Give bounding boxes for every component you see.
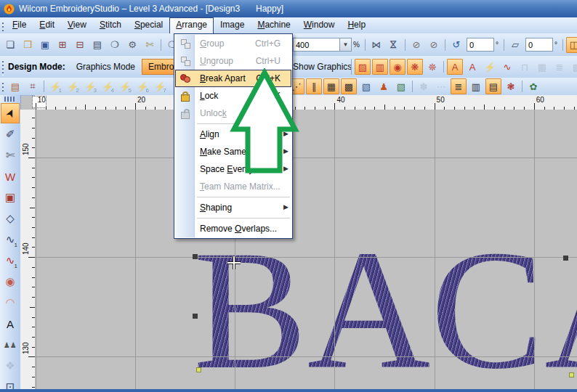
ellipse-tool[interactable]: ◉ [1,271,20,292]
lettering-keyboard-icon[interactable]: ⌗ [25,78,41,94]
toolbox-grip[interactable] [4,97,16,102]
satin-stitch-icon[interactable]: ▨ [355,59,371,75]
window-bottom-edge [0,389,577,392]
gradient-fill-icon[interactable]: ❊ [424,59,440,75]
team-names-tool[interactable]: ♟♟ [1,335,20,355]
motif-fill-icon[interactable]: ◉ [390,59,405,75]
hotkey-6-button[interactable]: ⚡6 [134,78,150,94]
write-machine-file-icon[interactable]: ⊟ [72,37,88,53]
lettering-script-tool[interactable]: W [1,166,20,187]
hotkey-5-button[interactable]: ⚡5 [117,78,133,94]
garment-icon[interactable]: ♟ [376,78,392,94]
cross-stitch-icon[interactable]: ▦ [534,59,550,75]
mirror-horizontal-icon[interactable]: ⋈ [368,37,384,53]
menubar-item-machine[interactable]: Machine [251,17,296,33]
menubar-item-image[interactable]: Image [214,17,251,33]
menubar-item-special[interactable]: Special [128,17,169,33]
hotkey-1-button[interactable]: ⚡1 [47,78,63,94]
digitize-closed-run-tool[interactable]: ∿1 [1,250,20,271]
hotkey-2-button[interactable]: ⚡2 [65,78,81,94]
color-film-icon[interactable]: ≣ [451,78,467,94]
design-notes-icon[interactable]: ▤ [7,78,23,94]
gridline [435,110,435,389]
ruler-tick [28,158,35,158]
stitch-entry-point[interactable] [196,367,201,372]
break-apart-icon [176,70,195,86]
menu-item-remove-overlaps[interactable]: Remove Overlaps... [175,220,291,237]
hotkey-7-button[interactable]: ⚡7 [152,78,168,94]
stitch-density-icon[interactable]: ▥ [468,78,484,94]
select-tool[interactable]: ➤ [1,103,20,123]
mirror-vertical-icon[interactable]: ⋈ [386,37,402,53]
open-design-icon[interactable]: ❒ [20,37,36,53]
menu-item-ungroup[interactable]: UngroupCtrl+U [175,52,291,70]
stitch-points-icon[interactable]: ⋯ [433,78,449,94]
selection-handle[interactable] [193,314,198,319]
zigzag-stitch-icon[interactable]: ∿ [499,59,515,75]
grid-icon[interactable]: ▦ [323,78,339,94]
selection-handle[interactable] [193,254,198,259]
fancy-fill-icon[interactable]: ❋ [407,59,423,75]
embroidery-design-text[interactable]: BACA [193,225,577,389]
design-notes-icon: ▤ [11,81,20,92]
reshape-tool[interactable]: ✐ [1,124,20,144]
punch-tool-icon[interactable]: ✄ [142,37,158,53]
rotate-cw-45-icon[interactable]: ⊘ [426,37,442,53]
window-title-suffix: Happy] [256,4,283,14]
hotkey-4-button[interactable]: ⚡4 [100,78,116,94]
zoom-dropdown-arrow[interactable]: ▼ [340,38,352,52]
knife-tool[interactable]: ✄ [1,145,20,166]
toolbar-grip[interactable] [1,58,6,75]
morphing-icon[interactable]: ❃ [503,78,519,94]
skew-input[interactable]: 0 [525,38,553,52]
flair-stitch-icon[interactable]: ⚡ [482,59,498,75]
background-icon[interactable]: ▧ [358,78,374,94]
snap-grid-icon[interactable]: ▩ [341,78,357,94]
menu-item-team-name-matrix[interactable]: Team Name Matrix... [175,178,291,195]
auto-applique-tool[interactable]: ▣ [1,187,20,208]
zoom-input[interactable]: 400 [293,38,340,52]
send-to-machine-icon[interactable]: ⚙ [124,37,140,53]
outline-lettering-icon[interactable]: A [447,59,463,75]
digitize-closed-tool[interactable]: ◇ [1,208,20,229]
menubar-item-file[interactable]: File [6,17,33,33]
menubar-grip[interactable] [1,20,5,31]
print-preview-icon[interactable]: ❍ [107,37,123,53]
rotate-reset-icon[interactable]: ↺ [448,37,464,53]
rotate-ccw-45-icon[interactable]: ⊘ [408,37,424,53]
stipple-stitch-icon[interactable]: ≣ [552,59,568,75]
arc-tool[interactable]: ◠ [1,293,20,313]
stitch-entry-point[interactable] [569,372,574,377]
print-icon[interactable]: ▤ [89,37,105,53]
slow-redraw-icon[interactable]: ✽ [416,78,432,94]
read-machine-file-icon[interactable]: ⊞ [55,37,70,53]
graphics-mode-button[interactable]: Graphics Mode [70,59,142,75]
menu-item-shaping[interactable]: Shaping▶ [175,199,291,216]
branching-icon[interactable]: ✿ [525,78,541,94]
menubar-item-window[interactable]: Window [297,17,342,33]
hotkey-3-button[interactable]: ⚡3 [82,78,98,94]
tatami-fill-icon[interactable]: ▥ [372,59,388,75]
picture-icon[interactable]: ▧ [393,78,409,94]
menu-item-group[interactable]: GroupCtrl+G [175,35,291,52]
menubar-item-arrange[interactable]: Arrange [169,17,214,33]
lettering-tool[interactable]: A [1,314,20,334]
lock-icon [176,88,195,104]
object-properties-icon[interactable]: ▤ [485,78,501,94]
toolbar-grip[interactable] [1,80,6,93]
menubar-item-stitch[interactable]: Stitch [93,17,128,33]
digitize-run-tool[interactable]: ∿1 [1,229,20,250]
selection-handle[interactable] [563,256,568,261]
skew-icon[interactable]: ▱ [507,37,523,53]
new-design-icon[interactable]: ❏ [2,37,18,53]
rotate-input[interactable]: 0 [467,38,494,52]
menubar-item-view[interactable]: View [61,17,93,33]
menubar-item-help[interactable]: Help [341,17,372,33]
monogramming-tool[interactable]: ❖ [1,356,20,376]
solid-lettering-icon[interactable]: A [464,59,480,75]
sculpture-stitch-icon[interactable]: ▩ [569,59,577,75]
step-stitch-icon[interactable]: ⊓ [517,59,533,75]
menubar-item-edit[interactable]: Edit [33,17,61,33]
pull-compensation-icon[interactable]: ◫ [566,37,577,53]
save-design-icon[interactable]: ▣ [37,37,53,53]
